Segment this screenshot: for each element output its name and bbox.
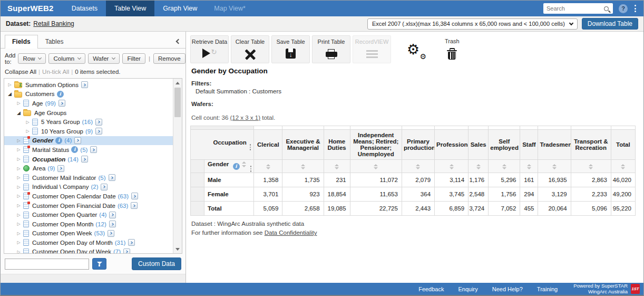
column-sort-cell[interactable] (350, 160, 402, 173)
print-table-button[interactable]: Print Table (312, 35, 350, 63)
search-box[interactable] (543, 3, 613, 14)
clear-table-button[interactable]: Clear Table (231, 35, 269, 63)
column-header-self-employed[interactable]: Self employed (489, 130, 520, 160)
tree-item-age[interactable]: ▷Age(99) (4, 99, 173, 108)
sort-icon[interactable] (502, 164, 506, 170)
scroll-down-icon[interactable] (173, 245, 182, 253)
table-options-button[interactable]: ⚙ ⚙ (407, 42, 426, 59)
column-header-clerical[interactable]: Clerical (254, 130, 282, 160)
column-header-transport-recreation[interactable]: Transport & Recreation (571, 130, 611, 160)
footer-link-feedback[interactable]: Feedback (418, 286, 444, 292)
column-header-executive-managerial[interactable]: Executive & Managerial (282, 130, 324, 160)
field-filter-button[interactable] (92, 258, 106, 270)
tree-item-customer-open-week[interactable]: ▷Customer Open Week(53) (4, 229, 173, 238)
add-field-arrow-button[interactable] (74, 137, 81, 144)
tree-expand-icon[interactable]: ▷ (15, 213, 22, 217)
sidebar-collapse-button[interactable] (177, 36, 180, 45)
column-sort-cell[interactable] (402, 160, 434, 173)
retrieve-data-button[interactable]: Retrieve Data↻ (190, 35, 229, 63)
tree-item-5-years-group[interactable]: ▷5 Years Group(16) (4, 117, 173, 127)
tree-collapse-icon[interactable]: ◢ (6, 91, 13, 97)
sort-icon[interactable] (374, 164, 378, 170)
tree-expand-icon[interactable]: ▷ (15, 138, 22, 143)
add-field-arrow-button[interactable] (109, 174, 115, 181)
sort-icon[interactable] (621, 164, 625, 170)
add-to-remove-button[interactable]: Remove (153, 53, 186, 64)
footer-link-enquiry[interactable]: Enquiry (458, 286, 477, 292)
tree-expand-icon[interactable]: ▷ (15, 166, 22, 171)
sort-icon[interactable] (527, 164, 531, 170)
tree-item-summation-options[interactable]: ▷Summation Options (4, 80, 173, 90)
add-field-arrow-button[interactable] (57, 165, 64, 172)
nav-tab-map-view[interactable]: Map View* (206, 1, 254, 16)
tree-item-age-groups[interactable]: ◢Age Groups (4, 108, 173, 118)
add-field-arrow-button[interactable] (58, 100, 65, 107)
column-header-total[interactable]: Total (611, 130, 635, 160)
add-field-arrow-button[interactable] (123, 249, 130, 253)
column-sort-cell[interactable] (469, 160, 489, 173)
sort-icon[interactable] (589, 164, 593, 170)
column-sort-cell[interactable] (324, 160, 350, 173)
cell-menu-icon[interactable] (250, 144, 251, 150)
export-format-select[interactable]: Excel 2007 (.xlsx)(max 16,384 columns x … (367, 18, 578, 30)
column-sort-cell[interactable] (538, 160, 571, 173)
tree-item-customer-open-financial-date[interactable]: ▷Customer Open Financial Date(63) (4, 201, 173, 211)
column-header-sales[interactable]: Sales (469, 130, 489, 160)
custom-data-button[interactable]: Custom Data (132, 257, 181, 270)
tree-scrollbar[interactable] (173, 79, 182, 253)
add-field-arrow-button[interactable] (81, 81, 88, 88)
tree-item-customer-open-quarter[interactable]: ▷Customer Open Quarter(4) (4, 210, 173, 219)
data-confidentiality-link[interactable]: Data Confidentiality (265, 230, 317, 236)
add-field-arrow-button[interactable] (131, 193, 138, 199)
add-field-arrow-button[interactable] (108, 230, 114, 237)
info-icon[interactable]: i (55, 137, 62, 144)
sort-icon[interactable] (450, 164, 454, 170)
sort-icon[interactable] (266, 164, 270, 170)
sort-icon[interactable] (335, 164, 339, 170)
tree-item-customer-open-month[interactable]: ▷Customer Open Month(12) (4, 219, 173, 229)
tree-item-customer-open-calendar-date[interactable]: ▷Customer Open Calendar Date(63) (4, 192, 173, 201)
add-to-column-button[interactable]: Column (48, 53, 85, 64)
search-icon[interactable] (604, 6, 609, 11)
tree-item-customer-mail-indicator[interactable]: ▷Customer Mail Indicator(5) (4, 173, 173, 183)
tree-item-10-years-group[interactable]: ▷10 Years Group(9) (4, 127, 173, 136)
sort-icon[interactable] (552, 164, 557, 170)
scroll-up-icon[interactable] (173, 79, 182, 87)
menu-kebab-icon[interactable] (633, 4, 637, 13)
cell-menu-icon[interactable] (250, 166, 252, 172)
nav-tab-table-view[interactable]: Table View (106, 1, 154, 16)
add-to-filter-button[interactable]: Filter (122, 53, 145, 64)
add-field-arrow-button[interactable] (109, 221, 116, 227)
column-sort-cell[interactable] (435, 160, 469, 173)
column-header-staff[interactable]: Staff (520, 130, 538, 160)
add-field-arrow-button[interactable] (81, 156, 88, 163)
untick-all-link[interactable]: Un-tick All (42, 69, 69, 75)
help-icon[interactable]: ? (619, 4, 628, 13)
download-table-button[interactable]: Download Table (582, 18, 638, 30)
column-header-primary-production[interactable]: Primary production (402, 130, 434, 160)
tree-expand-icon[interactable]: ▷ (15, 222, 22, 226)
corner-header-occupation[interactable]: Occupation (191, 130, 254, 160)
trash-button[interactable]: Trash (445, 38, 460, 60)
tree-expand-icon[interactable]: ▷ (15, 157, 22, 161)
add-field-arrow-button[interactable] (109, 212, 116, 218)
add-field-arrow-button[interactable] (101, 184, 108, 190)
tree-item-customer-open-day-of-month[interactable]: ▷Customer Open Day of Month(31) (4, 238, 173, 247)
column-sort-cell[interactable] (611, 160, 635, 173)
tree-expand-icon[interactable]: ▷ (15, 185, 22, 189)
tree-item-individual-company[interactable]: ▷Individual \ Company(2) (4, 183, 173, 192)
collapse-all-link[interactable]: Collapse All (5, 69, 36, 75)
sidebar-tab-tables[interactable]: Tables (38, 35, 71, 48)
tree-expand-icon[interactable]: ▷ (24, 129, 31, 133)
row-header-gender[interactable]: Gender i (204, 160, 254, 173)
add-field-arrow-button[interactable] (90, 146, 97, 153)
scrollbar-thumb[interactable] (174, 88, 181, 117)
tree-item-customer-open-day-of-week[interactable]: ▷Customer Open Day of Week(7) (4, 247, 173, 253)
info-icon[interactable]: i (233, 163, 240, 170)
tree-expand-icon[interactable]: ▷ (15, 231, 22, 236)
dataset-name-link[interactable]: Retail Banking (33, 20, 74, 27)
add-field-arrow-button[interactable] (95, 128, 102, 135)
footer-link-need-help[interactable]: Need Help? (492, 286, 523, 292)
column-header-tradesmen[interactable]: Tradesmen (538, 130, 571, 160)
tree-collapse-icon[interactable]: ◢ (15, 110, 22, 116)
